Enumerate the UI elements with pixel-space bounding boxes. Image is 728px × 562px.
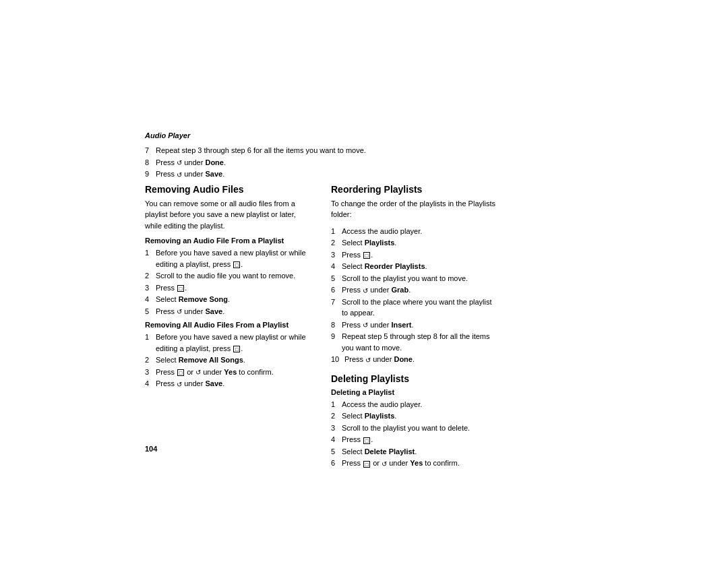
reordering-steps: 1 Access the audio player. 2 Select Play… bbox=[331, 226, 498, 365]
turn-icon: ↺ bbox=[177, 170, 182, 180]
list-item: 6 Press □ or ↺ under Yes to confirm. bbox=[331, 458, 498, 469]
list-item: 2 Scroll to the audio file you want to r… bbox=[145, 270, 312, 282]
list-item: 1 Access the audio player. bbox=[331, 226, 498, 237]
removing-single-title: Removing an Audio File From a Playlist bbox=[145, 237, 312, 245]
turn-icon: ↺ bbox=[363, 320, 368, 330]
list-item: 3 Press □. bbox=[145, 282, 312, 294]
list-item: 1 Access the audio player. bbox=[331, 399, 498, 410]
removing-single-steps: 1 Before you have saved a new playlist o… bbox=[145, 247, 312, 317]
box-icon: □ bbox=[363, 437, 370, 444]
list-item: 10 Press ↺ under Done. bbox=[331, 354, 498, 365]
list-item: 2 Select Playlists. bbox=[331, 237, 498, 249]
reordering-playlists-intro: To change the order of the playlists in … bbox=[331, 198, 498, 220]
intro-step-8: 8 Press ↺ under Done. bbox=[145, 157, 563, 168]
turn-icon: ↺ bbox=[382, 459, 387, 469]
turn-icon: ↺ bbox=[177, 307, 182, 317]
page-number: 104 bbox=[145, 445, 157, 453]
reordering-playlists-title: Reordering Playlists bbox=[331, 184, 498, 195]
box-icon: □ bbox=[233, 346, 240, 352]
page: Audio Player 7 Repeat step 3 through ste… bbox=[0, 0, 728, 562]
intro-step-7: 7 Repeat step 3 through step 6 for all t… bbox=[145, 145, 563, 156]
removing-all-title: Removing All Audio Files From a Playlist bbox=[145, 321, 312, 329]
box-icon: □ bbox=[233, 261, 240, 268]
list-item: 1 Before you have saved a new playlist o… bbox=[145, 332, 312, 354]
list-item: 3 Press □ or ↺ under Yes to confirm. bbox=[145, 367, 312, 378]
audio-player-label: Audio Player bbox=[145, 131, 563, 139]
list-item: 4 Select Reorder Playlists. bbox=[331, 261, 498, 272]
list-item: 2 Select Remove All Songs. bbox=[145, 354, 312, 366]
removing-audio-files-title: Removing Audio Files bbox=[145, 184, 312, 195]
removing-all-steps: 1 Before you have saved a new playlist o… bbox=[145, 332, 312, 389]
box-icon: □ bbox=[363, 252, 370, 259]
list-item: 5 Scroll to the playlist you want to mov… bbox=[331, 273, 498, 284]
removing-audio-files-intro: You can remove some or all audio files f… bbox=[145, 198, 312, 232]
list-item: 6 Press ↺ under Grab. bbox=[331, 284, 498, 296]
list-item: 3 Scroll to the playlist you want to del… bbox=[331, 423, 498, 434]
list-item: 4 Select Remove Song. bbox=[145, 294, 312, 305]
list-item: 3 Press □. bbox=[331, 249, 498, 261]
turn-icon: ↺ bbox=[363, 286, 368, 296]
content-area: Audio Player 7 Repeat step 3 through ste… bbox=[145, 131, 563, 470]
intro-steps-list: 7 Repeat step 3 through step 6 for all t… bbox=[145, 145, 563, 180]
list-item: 2 Select Playlists. bbox=[331, 410, 498, 422]
turn-icon: ↺ bbox=[195, 367, 201, 377]
list-item: 4 Press ↺ under Save. bbox=[145, 378, 312, 389]
list-item: 4 Press □. bbox=[331, 434, 498, 445]
list-item: 5 Press ↺ under Save. bbox=[145, 306, 312, 317]
list-item: 5 Select Delete Playlist. bbox=[331, 446, 498, 458]
box-icon: □ bbox=[177, 369, 184, 376]
left-column: Removing Audio Files You can remove some… bbox=[145, 183, 312, 470]
intro-step-9: 9 Press ↺ under Save. bbox=[145, 168, 563, 180]
deleting-playlists-title: Deleting Playlists bbox=[331, 373, 498, 384]
deleting-steps: 1 Access the audio player. 2 Select Play… bbox=[331, 399, 498, 469]
list-item: 9 Repeat step 5 through step 8 for all t… bbox=[331, 331, 498, 353]
box-icon: □ bbox=[363, 461, 370, 468]
deleting-playlist-subtitle: Deleting a Playlist bbox=[331, 388, 498, 396]
turn-icon: ↺ bbox=[365, 355, 371, 365]
turn-icon: ↺ bbox=[177, 158, 182, 168]
list-item: 7 Scroll to the place where you want the… bbox=[331, 296, 498, 319]
two-columns: Removing Audio Files You can remove some… bbox=[145, 183, 563, 470]
box-icon: □ bbox=[177, 285, 184, 292]
turn-icon: ↺ bbox=[177, 379, 182, 389]
right-column: Reordering Playlists To change the order… bbox=[331, 183, 498, 470]
list-item: 1 Before you have saved a new playlist o… bbox=[145, 247, 312, 270]
list-item: 8 Press ↺ under Insert. bbox=[331, 319, 498, 331]
